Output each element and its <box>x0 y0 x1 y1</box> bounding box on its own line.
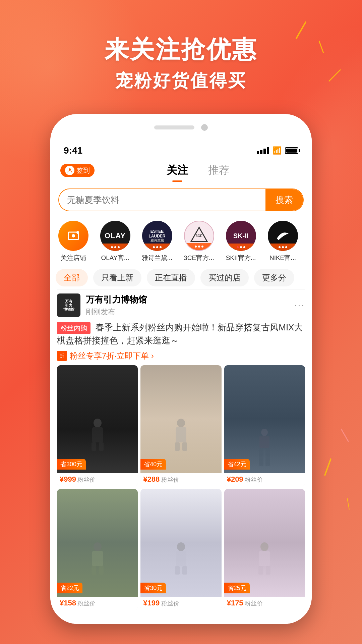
headline-sub: 宠粉好货值得买 <box>0 69 362 93</box>
store-item-nike[interactable]: NIKE官... <box>265 221 300 262</box>
product-card-6[interactable]: 省25元 ¥175 粉丝价 <box>224 489 305 610</box>
svg-point-2 <box>72 234 75 237</box>
product-img-2 <box>140 365 221 473</box>
product-price-3: ¥209 粉丝价 <box>224 473 305 486</box>
filter-more[interactable]: 更多分 <box>254 269 294 286</box>
phone-shell: 9:41 📶 <box>50 114 312 624</box>
product-price-1: ¥999 粉丝价 <box>57 473 138 486</box>
product-card-5[interactable]: 省30元 ¥199 粉丝价 <box>140 489 221 610</box>
product-save-2: 省40元 <box>140 459 166 470</box>
svg-rect-21 <box>99 566 104 575</box>
store-name-follow: 关注店铺 <box>61 254 86 262</box>
tab-recommend[interactable]: 推荐 <box>205 160 233 180</box>
svg-point-0 <box>69 168 71 170</box>
svg-rect-17 <box>265 448 270 466</box>
product-save-6: 省25元 <box>224 583 250 593</box>
search-bar[interactable]: 搜索 <box>58 189 304 211</box>
phone-screen: 9:41 📶 <box>50 141 312 624</box>
product-img-4 <box>57 489 138 597</box>
product-card-2[interactable]: 省40元 ¥288 粉丝价 <box>140 365 221 486</box>
product-card-1[interactable]: 省300元 ¥999 粉丝价 <box>57 365 138 486</box>
post-avatar-inner: 万有引力博物馆 <box>63 299 74 311</box>
store-item-3ce[interactable]: 3CE 3CE官方... <box>181 221 217 262</box>
nav-tabs: 关注 推荐 <box>95 160 302 180</box>
store-item-olay[interactable]: OLAY OLAY官... <box>98 221 133 262</box>
svg-point-14 <box>261 429 268 436</box>
product-img-6 <box>224 489 305 597</box>
post-body: 春季上新系列粉丝内购开始啦！新品穿搭复古风MIX大棋盘格拼接撞色，赶紧来逛逛～ <box>57 322 303 345</box>
checkin-badge[interactable]: 签到 <box>60 164 95 177</box>
svg-rect-19 <box>92 551 103 566</box>
product-price-2: ¥288 粉丝价 <box>140 473 221 486</box>
product-price-4: ¥158 粉丝价 <box>57 597 138 610</box>
store-avatar-follow <box>58 221 88 251</box>
svg-rect-9 <box>99 442 104 451</box>
filter-live[interactable]: 正在直播 <box>147 269 195 286</box>
post-promo[interactable]: 折 粉丝专享7折·立即下单 › <box>57 351 305 361</box>
header-nav: 签到 关注 推荐 <box>50 158 312 183</box>
svg-point-3 <box>76 231 79 234</box>
store-avatar-3ce: 3CE <box>184 221 214 251</box>
post-content: 粉丝内购 春季上新系列粉丝内购开始啦！新品穿搭复古风MIX大棋盘格拼接撞色，赶紧… <box>57 321 305 361</box>
status-time: 9:41 <box>64 145 82 156</box>
post-time: 刚刚发布 <box>86 307 294 317</box>
store-avatar-skii: SK-II <box>226 221 256 251</box>
store-name-estee: 雅诗兰黛... <box>142 254 173 262</box>
store-item-follow[interactable]: 关注店铺 <box>56 221 91 262</box>
svg-point-26 <box>260 542 268 551</box>
status-bar: 9:41 📶 <box>50 141 312 158</box>
product-card-3[interactable]: 省42元 ¥209 粉丝价 <box>224 365 305 486</box>
product-save-3: 省42元 <box>224 459 250 470</box>
product-price-6: ¥175 粉丝价 <box>224 597 305 610</box>
svg-rect-8 <box>92 442 96 451</box>
filter-row: 全部 只看上新 正在直播 买过的店 更多分 <box>50 266 312 289</box>
phone-top-bar <box>50 114 312 141</box>
phone-camera <box>201 124 208 131</box>
store-avatar-olay: OLAY <box>100 221 130 251</box>
svg-point-6 <box>94 419 102 427</box>
product-price-5: ¥199 粉丝价 <box>140 597 221 610</box>
store-name-nike: NIKE官... <box>269 254 296 262</box>
svg-rect-15 <box>259 436 269 448</box>
svg-rect-7 <box>92 427 103 442</box>
tab-follow[interactable]: 关注 <box>163 160 191 180</box>
svg-rect-16 <box>259 448 263 466</box>
post-store-name: 万有引力博物馆 <box>86 294 294 306</box>
status-icons: 📶 <box>257 146 298 155</box>
phone-speaker <box>154 125 194 129</box>
svg-rect-23 <box>176 551 186 566</box>
filter-new[interactable]: 只看上新 <box>93 269 141 286</box>
search-input[interactable] <box>59 195 265 205</box>
post-header: 万有引力博物馆 万有引力博物馆 刚刚发布 ··· <box>57 293 305 317</box>
wifi-icon: 📶 <box>273 146 282 155</box>
svg-rect-29 <box>266 566 270 575</box>
promo-text: 粉丝专享7折·立即下单 › <box>70 351 154 361</box>
feed-post: 万有引力博物馆 万有引力博物馆 刚刚发布 ··· 粉丝内购 春季上新系列粉丝内购… <box>50 293 312 610</box>
filter-all[interactable]: 全部 <box>56 269 88 286</box>
store-item-skii[interactable]: SK-II SKII官方... <box>223 221 258 262</box>
svg-rect-20 <box>92 566 96 575</box>
post-info: 万有引力博物馆 刚刚发布 <box>86 294 294 317</box>
product-img-3 <box>224 365 305 473</box>
product-save-5: 省30元 <box>140 583 166 593</box>
store-name-3ce: 3CE官方... <box>184 254 214 262</box>
svg-rect-28 <box>258 566 263 575</box>
headline-main: 来关注抢优惠 <box>0 34 362 66</box>
svg-rect-27 <box>259 551 270 566</box>
post-more-button[interactable]: ··· <box>294 300 305 311</box>
filter-bought[interactable]: 买过的店 <box>200 269 249 286</box>
post-tag: 粉丝内购 <box>57 322 90 334</box>
store-name-olay: OLAY官... <box>101 254 129 262</box>
product-card-4[interactable]: 省22元 ¥158 粉丝价 <box>57 489 138 610</box>
store-item-estee[interactable]: ESTEE LAUDER 雅诗兰黛 雅诗兰黛... <box>139 221 175 262</box>
headline-area: 来关注抢优惠 宠粉好货值得买 <box>0 34 362 93</box>
product-save-4: 省22元 <box>57 583 82 593</box>
store-row: 关注店铺 OLAY OLAY官... ESTEE <box>50 217 312 266</box>
svg-point-22 <box>177 542 185 551</box>
svg-rect-25 <box>182 566 187 575</box>
post-avatar: 万有引力博物馆 <box>57 293 80 317</box>
search-button[interactable]: 搜索 <box>265 189 303 211</box>
product-save-1: 省300元 <box>57 459 86 470</box>
promo-icon: 折 <box>57 351 67 361</box>
battery-icon <box>285 147 298 154</box>
